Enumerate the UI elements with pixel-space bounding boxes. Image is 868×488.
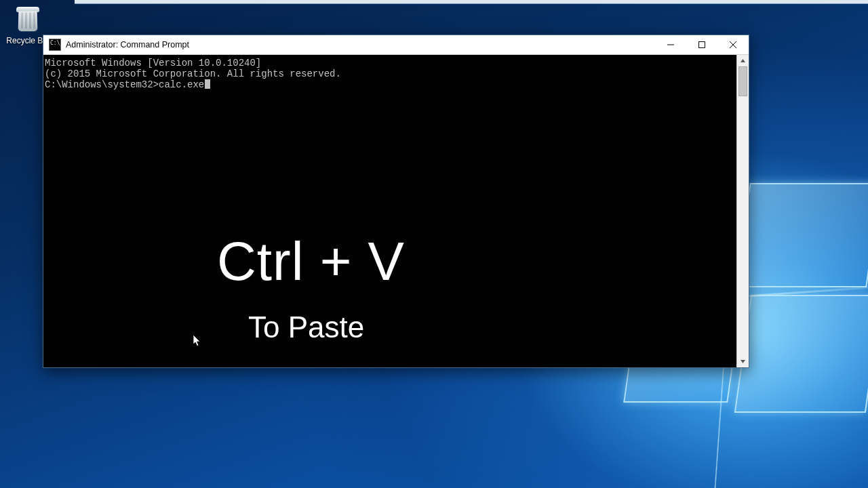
maximize-button[interactable] <box>686 35 717 54</box>
window-edge-strip <box>75 0 868 4</box>
command-prompt-window[interactable]: Administrator: Command Prompt Microsoft … <box>43 35 749 368</box>
svg-rect-1 <box>699 42 705 48</box>
scroll-track[interactable] <box>737 66 749 356</box>
vertical-scrollbar[interactable] <box>736 55 749 367</box>
desktop[interactable]: Recycle Bin Administrator: Command Promp… <box>0 0 868 488</box>
close-button[interactable] <box>717 35 749 54</box>
window-controls <box>655 35 749 54</box>
text-caret <box>205 79 210 89</box>
titlebar[interactable]: Administrator: Command Prompt <box>43 35 749 55</box>
overlay-caption-text: To Paste <box>248 312 364 342</box>
scroll-down-button[interactable] <box>737 356 749 367</box>
cmd-icon <box>49 39 61 51</box>
console-prompt: C:\Windows\system32> <box>45 79 159 90</box>
window-title: Administrator: Command Prompt <box>66 40 189 49</box>
scroll-thumb[interactable] <box>738 66 747 96</box>
console-command: calc.exe <box>159 79 204 90</box>
overlay-shortcut-text: Ctrl + V <box>217 235 405 289</box>
recycle-bin-icon <box>14 4 41 34</box>
console-line: Microsoft Windows [Version 10.0.10240] <box>45 58 735 68</box>
console-line: (c) 2015 Microsoft Corporation. All righ… <box>45 68 735 79</box>
console-prompt-line: C:\Windows\system32>calc.exe <box>45 79 735 90</box>
minimize-button[interactable] <box>655 35 686 54</box>
mouse-cursor-icon <box>193 312 250 367</box>
console-output[interactable]: Microsoft Windows [Version 10.0.10240](c… <box>43 55 736 367</box>
scroll-up-button[interactable] <box>737 55 749 66</box>
